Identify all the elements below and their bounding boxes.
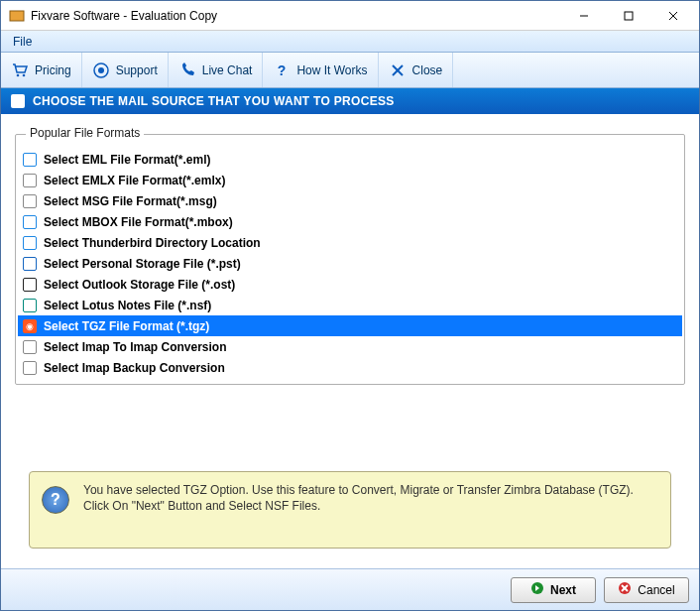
format-option[interactable]: ≡Select MBOX File Format(*.mbox) xyxy=(18,211,682,232)
format-option[interactable]: OSelect Personal Storage File (*.pst) xyxy=(18,253,682,274)
format-option[interactable]: ◔Select Thunderbird Directory Location xyxy=(18,232,682,253)
window-controls xyxy=(561,2,695,30)
format-icon: ✉ xyxy=(22,173,38,188)
app-icon xyxy=(9,8,25,24)
live-chat-button[interactable]: Live Chat xyxy=(169,53,264,87)
format-option[interactable]: ⇆Select Imap Backup Conversion xyxy=(18,357,682,378)
format-icon: O xyxy=(22,277,38,293)
titlebar: Fixvare Software - Evaluation Copy xyxy=(1,1,699,31)
format-option[interactable]: ◧Select Lotus Notes File (*.nsf) xyxy=(18,295,682,315)
section-icon xyxy=(11,94,25,108)
toolbar: Pricing Support Live Chat ? How It Works… xyxy=(1,53,699,88)
format-icon: ⇆ xyxy=(22,339,38,355)
file-menu[interactable]: File xyxy=(7,33,38,51)
format-label: Select Imap Backup Conversion xyxy=(44,361,225,375)
format-label: Select Outlook Storage File (*.ost) xyxy=(44,278,235,292)
format-list: ≡Select EML File Format(*.eml)✉Select EM… xyxy=(18,149,682,378)
minimize-button[interactable] xyxy=(561,2,606,30)
cart-icon xyxy=(11,61,29,79)
format-option[interactable]: OSelect Outlook Storage File (*.ost) xyxy=(18,274,682,295)
svg-point-6 xyxy=(23,73,26,76)
format-label: Select Imap To Imap Conversion xyxy=(44,340,227,354)
section-heading-text: CHOOSE THE MAIL SOURCE THAT YOU WANT TO … xyxy=(33,94,395,108)
format-option[interactable]: ✉Select EMLX File Format(*.emlx) xyxy=(18,170,682,190)
format-label: Select Personal Storage File (*.pst) xyxy=(44,257,241,271)
maximize-button[interactable] xyxy=(606,2,650,30)
format-option[interactable]: ≡Select EML File Format(*.eml) xyxy=(18,149,682,170)
toolbar-label: Pricing xyxy=(35,63,71,77)
format-option[interactable]: ◉Select TGZ File Format (*.tgz) xyxy=(18,315,682,336)
pricing-button[interactable]: Pricing xyxy=(1,53,82,87)
format-label: Select EMLX File Format(*.emlx) xyxy=(44,174,225,187)
svg-text:?: ? xyxy=(278,62,287,78)
toolbar-label: Live Chat xyxy=(202,63,253,77)
format-icon: ◧ xyxy=(22,298,38,313)
groupbox-legend: Popular File Formats xyxy=(26,126,144,140)
section-heading: CHOOSE THE MAIL SOURCE THAT YOU WANT TO … xyxy=(1,88,699,114)
toolbar-label: How It Works xyxy=(296,63,367,77)
info-box: ? You have selected TGZ Option. Use this… xyxy=(29,471,671,549)
formats-groupbox: Popular File Formats ≡Select EML File Fo… xyxy=(15,134,685,385)
format-icon: ⇆ xyxy=(22,360,38,376)
phone-icon xyxy=(178,61,196,79)
question-icon: ? xyxy=(273,61,291,79)
format-label: Select Lotus Notes File (*.nsf) xyxy=(44,299,211,312)
format-label: Select MBOX File Format(*.mbox) xyxy=(44,215,233,229)
close-icon xyxy=(389,61,407,79)
toolbar-label: Support xyxy=(116,63,158,77)
spacer xyxy=(15,385,685,457)
support-button[interactable]: Support xyxy=(82,53,169,87)
svg-point-5 xyxy=(17,73,20,76)
button-label: Next xyxy=(550,583,576,597)
close-window-button[interactable] xyxy=(650,2,695,30)
format-label: Select TGZ File Format (*.tgz) xyxy=(44,319,209,333)
close-button[interactable]: Close xyxy=(379,53,454,87)
format-icon: ≡ xyxy=(22,152,38,168)
next-button[interactable]: Next xyxy=(511,577,596,603)
app-window: Fixvare Software - Evaluation Copy File … xyxy=(0,0,700,611)
format-option[interactable]: ⇆Select Imap To Imap Conversion xyxy=(18,336,682,357)
cancel-icon xyxy=(618,581,632,598)
menubar: File xyxy=(1,31,699,53)
info-icon: ? xyxy=(42,486,69,514)
footer: Next Cancel xyxy=(1,568,699,610)
format-icon: ≡ xyxy=(22,214,38,230)
next-icon xyxy=(530,581,544,598)
format-icon: O xyxy=(22,256,38,272)
format-label: Select EML File Format(*.eml) xyxy=(44,153,211,167)
info-message: You have selected TGZ Option. Use this f… xyxy=(83,482,658,514)
toolbar-label: Close xyxy=(412,63,443,77)
svg-point-8 xyxy=(98,67,104,73)
svg-rect-2 xyxy=(625,12,633,20)
format-icon: ◉ xyxy=(22,318,38,334)
support-icon xyxy=(92,61,110,79)
window-title: Fixvare Software - Evaluation Copy xyxy=(31,9,561,23)
svg-rect-0 xyxy=(10,11,24,21)
cancel-button[interactable]: Cancel xyxy=(604,577,689,603)
format-label: Select MSG File Format(*.msg) xyxy=(44,194,217,208)
button-label: Cancel xyxy=(638,583,674,597)
content-area: Popular File Formats ≡Select EML File Fo… xyxy=(1,114,699,568)
how-it-works-button[interactable]: ? How It Works xyxy=(263,53,378,87)
format-label: Select Thunderbird Directory Location xyxy=(44,236,261,250)
format-icon: ◔ xyxy=(22,235,38,251)
format-icon: 🗎 xyxy=(22,193,38,209)
format-option[interactable]: 🗎Select MSG File Format(*.msg) xyxy=(18,190,682,211)
